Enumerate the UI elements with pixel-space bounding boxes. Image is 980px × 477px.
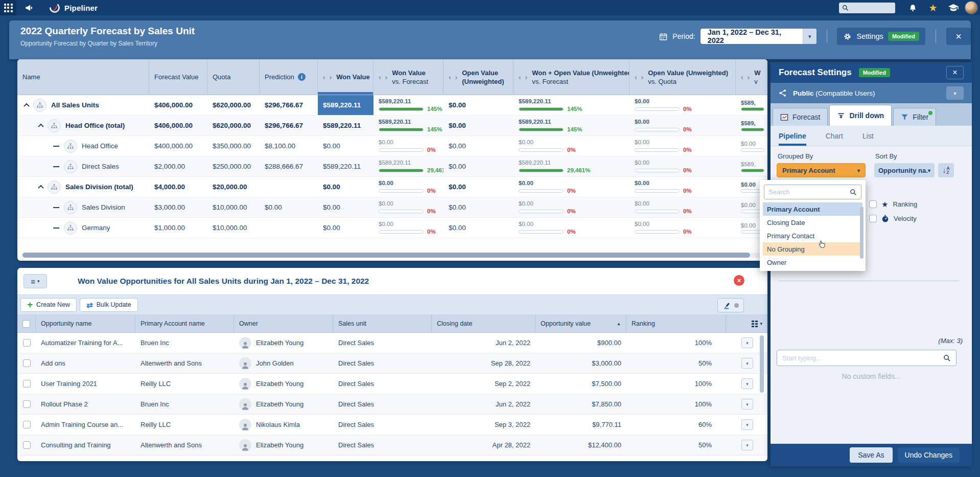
highlight-toggle-button[interactable] xyxy=(717,298,744,312)
column-header-clip[interactable]: ‹ ›Wv xyxy=(736,59,767,95)
opp-column-header-owner[interactable]: Owner xyxy=(234,315,333,332)
grouped-by-select[interactable]: Primary Account ▾ xyxy=(777,163,866,177)
dropdown-item-primary-account[interactable]: Primary Account xyxy=(763,202,862,216)
opp-column-header-actions[interactable]: ▾ xyxy=(726,315,767,332)
opportunity-row[interactable]: Rollout Phase 2Bruen IncElizabeth YoungD… xyxy=(17,394,767,415)
ranking-option[interactable]: ★ Ranking xyxy=(869,200,917,208)
opportunity-name-cell[interactable]: User Training 2021 xyxy=(36,380,135,388)
forecast-row[interactable]: Sales Division (total)$4,000.00$20,000.0… xyxy=(17,177,767,197)
column-header-ovq[interactable]: ‹ ›Open Value (Unweighted)vs. Quota xyxy=(629,59,736,95)
opportunity-row[interactable]: Admin Training Course an...Reilly LLCNik… xyxy=(17,415,767,435)
save-as-button[interactable]: Save As xyxy=(850,447,892,463)
ranking-checkbox[interactable] xyxy=(869,200,877,208)
opp-column-header-closing[interactable]: Closing date xyxy=(432,315,535,332)
leaf-dash-icon[interactable] xyxy=(53,166,59,167)
forecast-row[interactable]: Head Office (total)$406,000.00$620,000.0… xyxy=(17,116,767,136)
tab-drilldown[interactable]: Drill down xyxy=(829,105,892,126)
opp-column-header-unit[interactable]: Sales unit xyxy=(333,315,432,332)
tab-filter[interactable]: Filter xyxy=(893,108,936,126)
opp-column-header-name[interactable]: Opportunity name xyxy=(36,315,135,332)
horizontal-scrollbar[interactable] xyxy=(21,253,763,258)
row-expand-button[interactable]: ▾ xyxy=(741,378,753,389)
row-checkbox[interactable] xyxy=(23,400,31,408)
forecast-row[interactable]: Head Office$400,000.00$350,000.00$8,100.… xyxy=(17,136,767,156)
opp-column-header-ranking[interactable]: Ranking xyxy=(626,315,726,332)
period-select[interactable]: Jan 1, 2022 – Dec 31, 2022 ▾ xyxy=(701,29,816,44)
opp-column-header-account[interactable]: Primary Account name xyxy=(135,315,234,332)
expand-columns-icon[interactable]: ‹ › xyxy=(449,73,458,81)
tab-forecast[interactable]: Forecast xyxy=(773,108,828,126)
vertical-scrollbar-thumb[interactable] xyxy=(760,335,764,393)
learning-button[interactable] xyxy=(943,0,964,15)
opportunity-name-cell[interactable]: Automatizer Training for A... xyxy=(36,339,135,347)
column-header-forecast[interactable]: Forecast Value xyxy=(149,59,207,95)
column-header-quota[interactable]: Quota xyxy=(207,59,260,95)
row-expand-button[interactable]: ▾ xyxy=(741,358,753,369)
subtab-pipeline[interactable]: Pipeline xyxy=(779,126,806,146)
opportunity-name-cell[interactable]: Rollout Phase 2 xyxy=(36,400,135,408)
collapse-chevron-icon[interactable] xyxy=(38,123,43,129)
opp-column-header-value[interactable]: Opportunity value▲ xyxy=(535,315,626,332)
create-new-button[interactable]: +Create New xyxy=(20,298,77,312)
bulk-update-button[interactable]: ⇄Bulk Update xyxy=(80,298,138,312)
dropdown-scrollbar-thumb[interactable] xyxy=(860,207,864,259)
info-icon[interactable]: i xyxy=(298,73,306,81)
expand-columns-icon[interactable]: ‹ › xyxy=(519,73,528,81)
close-report-button[interactable]: × xyxy=(946,28,971,45)
row-expand-button[interactable]: ▾ xyxy=(741,419,753,430)
opportunity-row[interactable]: User Training 2021Reilly LLCElizabeth Yo… xyxy=(17,374,767,394)
dropdown-item-primary-contact[interactable]: Primary Contact xyxy=(763,229,862,242)
row-checkbox[interactable] xyxy=(23,421,31,428)
collapse-chevron-icon[interactable] xyxy=(38,185,43,190)
favorites-button[interactable]: ★ xyxy=(923,0,943,15)
row-checkbox[interactable] xyxy=(23,380,31,388)
global-search-input[interactable] xyxy=(849,4,890,11)
velocity-checkbox[interactable] xyxy=(869,215,877,222)
undo-changes-button[interactable]: Undo Changes xyxy=(898,447,960,463)
leaf-dash-icon[interactable] xyxy=(53,146,59,147)
dropdown-item-owner[interactable]: Owner xyxy=(763,256,862,269)
won-value-cell[interactable]: $0.00 xyxy=(318,218,374,238)
expand-columns-icon[interactable]: ‹ › xyxy=(741,73,751,81)
panel-close-button[interactable]: × xyxy=(946,66,964,79)
won-value-cell[interactable]: $589,220.11 xyxy=(318,95,374,115)
leaf-dash-icon[interactable] xyxy=(53,228,59,229)
won-value-cell[interactable]: $0.00 xyxy=(318,197,374,217)
opportunity-name-cell[interactable]: Add ons xyxy=(36,359,135,367)
won-value-cell[interactable]: $0.00 xyxy=(318,136,374,156)
subtab-list[interactable]: List xyxy=(862,126,874,146)
custom-fields-search-input[interactable] xyxy=(782,354,943,362)
won-value-cell[interactable]: $589,220.11 xyxy=(318,116,374,135)
dropdown-search[interactable] xyxy=(764,185,861,199)
horizontal-scrollbar-thumb[interactable] xyxy=(22,253,750,258)
opportunity-name-cell[interactable]: Consulting and Training xyxy=(36,441,135,449)
velocity-option[interactable]: Velocity xyxy=(869,215,917,222)
settings-button[interactable]: Settings Modified xyxy=(837,28,925,45)
collapse-chevron-icon[interactable] xyxy=(24,103,29,108)
row-expand-button[interactable]: ▾ xyxy=(741,440,753,450)
column-header-open[interactable]: ‹ ›Open Value(Unweighted) xyxy=(444,59,514,95)
forecast-row[interactable]: Sales Division$3,000.00$10,000.00$0.00$0… xyxy=(17,197,767,218)
won-value-cell[interactable]: $0.00 xyxy=(318,177,374,197)
columns-icon[interactable]: ▾ xyxy=(752,321,762,327)
announcements-icon[interactable] xyxy=(22,2,36,13)
won-value-cell[interactable]: $589,220.11 xyxy=(318,156,374,176)
global-search[interactable] xyxy=(839,3,895,13)
opportunity-row[interactable]: Automatizer Training for A...Bruen IncEl… xyxy=(17,333,767,353)
column-header-won[interactable]: ‹ ›Won Value xyxy=(318,59,374,95)
forecast-row[interactable]: Direct Sales$2,000.00$250,000.00$288,666… xyxy=(17,156,767,177)
dropdown-search-input[interactable] xyxy=(768,188,850,196)
row-checkbox[interactable] xyxy=(23,441,31,449)
list-menu-button[interactable]: ≡▾ xyxy=(24,274,47,288)
opportunity-name-cell[interactable]: Admin Training Course an... xyxy=(36,421,135,428)
column-header-name[interactable]: Name xyxy=(17,59,149,95)
leaf-dash-icon[interactable] xyxy=(53,207,59,208)
custom-fields-search[interactable] xyxy=(777,350,956,366)
sort-direction-button[interactable]: ↓ AZ xyxy=(938,163,954,177)
row-expand-button[interactable]: ▾ xyxy=(741,399,753,410)
share-expand-button[interactable]: ▾ xyxy=(946,86,964,100)
dropdown-item-no-grouping[interactable]: No Grouping xyxy=(763,242,862,256)
opportunity-row[interactable]: Add onsAltenwerth and SonsJohn GoldenDir… xyxy=(17,353,767,374)
opportunity-row[interactable]: Consulting and TrainingAltenwerth and So… xyxy=(17,435,767,456)
sort-by-select[interactable]: Opportunity na... ▾ xyxy=(874,163,935,177)
